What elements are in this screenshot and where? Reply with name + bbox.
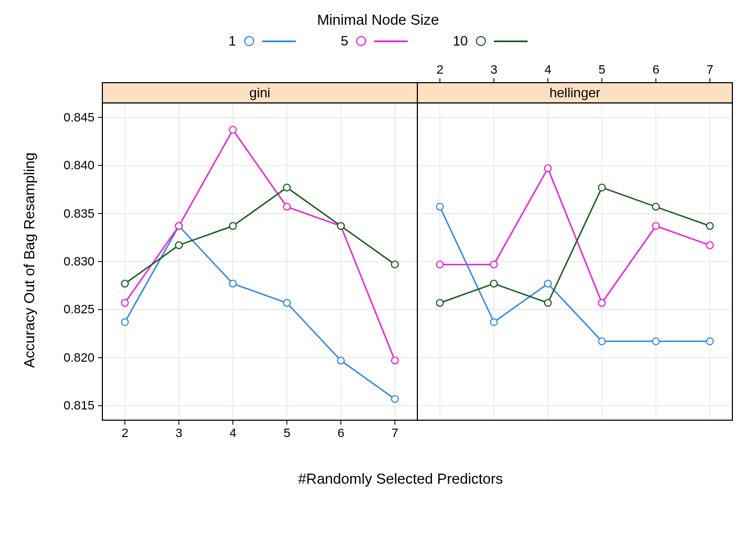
- svg-point-44: [230, 280, 236, 287]
- svg-point-48: [122, 299, 128, 306]
- legend-marker-icon: [476, 36, 486, 46]
- svg-point-47: [392, 395, 398, 402]
- legend-item: 1: [228, 33, 295, 49]
- svg-point-106: [652, 204, 659, 210]
- svg-point-59: [392, 261, 398, 268]
- svg-point-57: [284, 184, 290, 191]
- svg-point-53: [392, 357, 398, 364]
- svg-text:3: 3: [490, 62, 497, 76]
- legend-marker-icon: [356, 36, 366, 46]
- legend-line-icon: [262, 40, 296, 42]
- legend-label: 5: [341, 33, 348, 49]
- svg-text:4: 4: [544, 62, 551, 76]
- svg-point-54: [122, 280, 128, 287]
- legend-line-icon: [374, 40, 408, 42]
- svg-point-94: [652, 338, 659, 345]
- legend-title: Minimal Node Size: [18, 11, 738, 29]
- svg-point-96: [436, 261, 443, 268]
- legend-label: 10: [453, 33, 468, 49]
- svg-text:5: 5: [284, 426, 290, 440]
- legend-marker-icon: [244, 36, 254, 46]
- svg-text:2: 2: [122, 426, 128, 440]
- svg-point-105: [598, 184, 605, 191]
- svg-text:0.820: 0.820: [64, 350, 94, 364]
- svg-point-58: [338, 223, 344, 230]
- svg-text:0.835: 0.835: [64, 206, 94, 220]
- svg-point-91: [490, 319, 497, 326]
- svg-text:4: 4: [230, 426, 236, 440]
- svg-point-55: [176, 242, 182, 249]
- y-axis-label: Accuracy Out of Bag Resampling: [21, 152, 38, 368]
- svg-text:6: 6: [338, 426, 344, 440]
- svg-text:7: 7: [706, 62, 713, 76]
- svg-text:7: 7: [392, 426, 398, 440]
- svg-point-42: [122, 319, 128, 326]
- svg-text:0.845: 0.845: [64, 110, 94, 124]
- svg-text:hellinger: hellinger: [550, 85, 601, 100]
- plot-svg: 0.8150.8200.8250.8300.8350.8400.845gini2…: [63, 55, 738, 448]
- svg-text:0.830: 0.830: [64, 254, 94, 268]
- legend-item: 10: [453, 33, 528, 49]
- svg-text:5: 5: [598, 62, 605, 76]
- svg-point-56: [230, 223, 236, 230]
- svg-point-93: [598, 338, 605, 345]
- svg-point-92: [544, 280, 551, 287]
- legend-line-icon: [494, 40, 528, 42]
- svg-text:0.825: 0.825: [64, 302, 94, 316]
- svg-point-95: [706, 338, 713, 345]
- svg-point-100: [652, 223, 659, 230]
- svg-point-97: [490, 261, 497, 268]
- svg-text:2: 2: [436, 62, 443, 76]
- svg-point-90: [436, 204, 443, 210]
- svg-point-103: [490, 280, 497, 287]
- svg-text:0.840: 0.840: [64, 158, 94, 172]
- svg-point-45: [284, 299, 290, 306]
- legend: 1510: [18, 33, 738, 49]
- svg-point-104: [544, 299, 551, 306]
- legend-label: 1: [228, 33, 236, 49]
- svg-point-98: [544, 165, 551, 172]
- svg-text:6: 6: [652, 62, 659, 76]
- svg-point-99: [598, 299, 605, 306]
- x-axis-label: #Randomly Selected Predictors: [298, 470, 503, 488]
- svg-point-51: [284, 204, 290, 210]
- svg-point-107: [706, 223, 713, 230]
- svg-text:3: 3: [176, 426, 182, 440]
- svg-point-102: [436, 299, 443, 306]
- svg-point-49: [176, 223, 182, 230]
- svg-text:gini: gini: [249, 85, 270, 100]
- svg-point-101: [706, 242, 713, 249]
- svg-point-50: [230, 127, 236, 133]
- legend-item: 5: [341, 33, 408, 49]
- chart-container: Minimal Node Size 1510 Accuracy Out of B…: [18, 11, 738, 529]
- svg-text:0.815: 0.815: [64, 398, 94, 412]
- svg-point-46: [338, 357, 344, 364]
- plot-area: Accuracy Out of Bag Resampling #Randomly…: [63, 55, 738, 448]
